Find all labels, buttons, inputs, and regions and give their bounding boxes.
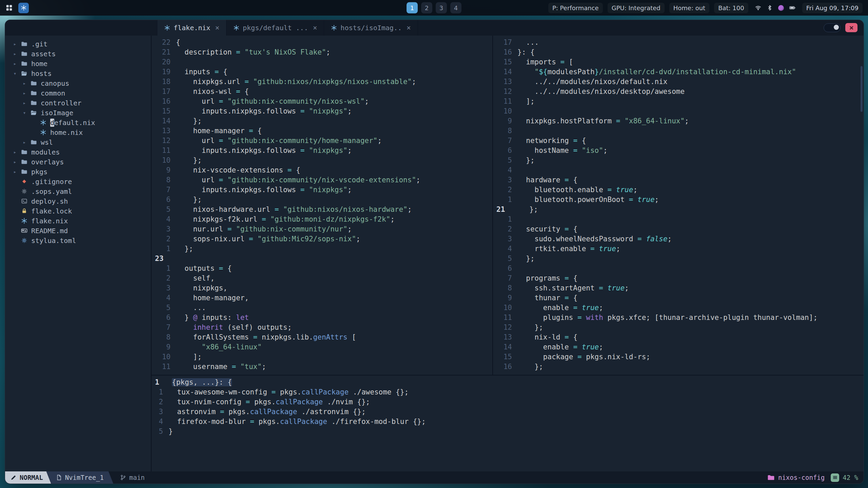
tree-item-canopus[interactable]: ▸canopus [5, 78, 151, 88]
code-line: 1 [493, 215, 864, 224]
tab-flake-nix[interactable]: flake.nix× [157, 20, 226, 36]
code-line: 3 sudo.wheelNeedsPassword = false; [493, 234, 864, 244]
code-line: 1 outputs = { [152, 264, 492, 273]
code-text: plugins = with pkgs.xfce; [thunar-archiv… [512, 313, 817, 323]
line-number: 6 [152, 313, 171, 323]
tab-close-icon[interactable]: × [215, 24, 219, 32]
workspace-button-3[interactable]: 3 [436, 2, 447, 14]
launcher-grid-icon [5, 4, 13, 12]
workspace-button-1[interactable]: 1 [407, 2, 418, 14]
tree-item-label: .gitignore [31, 178, 72, 186]
chevron-right-icon[interactable]: ▸ [11, 169, 19, 175]
code-text: }; [171, 244, 193, 254]
tree-item-default-nix[interactable]: default.nix [5, 118, 151, 127]
code-line: 16 url = "github:nix-community/nixos-wsl… [152, 97, 492, 106]
tab-nix-icon [164, 25, 170, 31]
tab-close-icon[interactable]: × [313, 24, 317, 32]
gear-icon-wrap [19, 188, 29, 195]
tree-item--gitignore[interactable]: .gitignore [5, 177, 151, 186]
folder-open-icon [31, 109, 37, 116]
battery-tray[interactable] [789, 5, 795, 11]
tree-item-deploy-sh[interactable]: deploy.sh [5, 196, 151, 206]
tree-item-flake-nix[interactable]: flake.nix [5, 216, 151, 226]
chevron-down-icon[interactable]: ▾ [20, 110, 29, 116]
code-line: 4 nixpkgs-f2k.url = "github:moni-dz/nixp… [152, 215, 492, 224]
workspace-button-4[interactable]: 4 [450, 2, 461, 14]
tree-item-modules[interactable]: ▸modules [5, 147, 151, 157]
editor-window: flake.nix×pkgs/default ...×hosts/isoImag… [5, 20, 864, 484]
tree-item--git[interactable]: ▸.git [5, 39, 151, 49]
tree-item-home-nix[interactable]: home.nix [5, 127, 151, 137]
code-line: 4 firefox-mod-blur = pkgs.callPackage ./… [152, 417, 864, 427]
line-number: 3 [152, 224, 171, 234]
folder-icon-wrap [19, 60, 29, 67]
chevron-right-icon[interactable]: ▸ [11, 41, 19, 47]
code-line: 9 thunar = { [493, 293, 864, 303]
code-text: home-manager = { [171, 126, 262, 136]
editor-pane-pkgs-default-nix[interactable]: 1{pkgs, ...}: {1 tux-awesome-wm-config =… [152, 375, 864, 471]
chevron-right-icon[interactable]: ▸ [11, 159, 19, 165]
tree-item-common[interactable]: ▸common [5, 88, 151, 98]
tree-item-overlays[interactable]: ▸overlays [5, 157, 151, 167]
chevron-down-icon[interactable]: ▾ [11, 70, 19, 77]
code-line: 7 networking = { [493, 136, 864, 146]
chevron-right-icon[interactable]: ▸ [11, 51, 19, 57]
code-line: 5 }; [493, 254, 864, 264]
folder-icon [21, 50, 27, 57]
wifi-tray[interactable] [755, 5, 761, 11]
window-close-button[interactable]: × [845, 23, 857, 32]
tree-item-label: pkgs [31, 168, 47, 176]
tab-pkgs-default-[interactable]: pkgs/default ...× [226, 20, 324, 36]
tree-item--sops-yaml[interactable]: .sops.yaml [5, 186, 151, 196]
tree-item-home[interactable]: ▸home [5, 59, 151, 68]
nix-icon-wrap [38, 119, 48, 126]
editor-pane-flake-nix[interactable]: 22{21 description = "tux's NixOS Flake";… [152, 36, 492, 377]
line-number: 8 [152, 175, 171, 185]
chevron-right-icon[interactable]: ▸ [20, 139, 29, 145]
tree-item-label: stylua.toml [31, 237, 76, 245]
tree-item-assets[interactable]: ▸assets [5, 49, 151, 59]
editor-pane-iso-default-nix[interactable]: 17 ...16}: {15 imports = [14 "${modulesP… [493, 36, 864, 377]
code-line: 6 [493, 264, 864, 273]
tree-item-controller[interactable]: ▸controller [5, 98, 151, 108]
file-tree[interactable]: ▸.git▸assets▸home▾hosts▸canopus▸common▸c… [5, 36, 151, 471]
folder-icon [21, 149, 27, 155]
code-line: 15 package = pkgs.nix-ld-rs; [493, 352, 864, 362]
line-number: 1 [152, 244, 171, 254]
chevron-right-icon[interactable]: ▸ [11, 149, 19, 155]
workspace-button-2[interactable]: 2 [421, 2, 432, 14]
battery-icon [789, 5, 795, 11]
tree-item-hosts[interactable]: ▾hosts [5, 68, 151, 78]
line-number: 4 [152, 215, 171, 224]
tree-item-pkgs[interactable]: ▸pkgs [5, 167, 151, 177]
chevron-right-icon[interactable]: ▸ [20, 90, 29, 96]
tree-item-label: assets [31, 50, 56, 58]
code-line: 17 ... [493, 38, 864, 47]
launcher-button[interactable] [5, 4, 13, 12]
tree-item-isoimage[interactable]: ▾isoImage [5, 108, 151, 118]
scrollbar-thumb[interactable] [861, 66, 863, 112]
tree-item-wsl[interactable]: ▸wsl [5, 137, 151, 147]
bluetooth-tray[interactable] [767, 5, 773, 11]
code-line: 2 bluetooth.enable = true; [493, 185, 864, 195]
tab-close-icon[interactable]: × [407, 24, 411, 32]
line-number: 7 [152, 185, 171, 195]
tree-item-stylua-toml[interactable]: stylua.toml [5, 236, 151, 245]
code-line: 2 tux-nvim-config = pkgs.callPackage ./n… [152, 397, 864, 407]
code-line: 5 nixos-hardware.url = "github:nixos/nix… [152, 205, 492, 215]
diamond-icon [21, 178, 27, 185]
tab-hosts-isoimag-[interactable]: hosts/isoImag..× [324, 20, 418, 36]
toggle-switch[interactable] [824, 23, 841, 32]
tree-item-readme-md[interactable]: README.md [5, 226, 151, 236]
indicator-icon[interactable] [778, 5, 784, 11]
app-icon[interactable] [18, 3, 29, 13]
status-metric: Home: out [669, 3, 709, 13]
git-branch[interactable]: main [120, 474, 145, 481]
code-text: nix-ld = { [512, 332, 577, 342]
chevron-right-icon[interactable]: ▸ [20, 100, 29, 106]
chevron-right-icon[interactable]: ▸ [20, 80, 29, 86]
tree-item-flake-lock[interactable]: flake.lock [5, 206, 151, 216]
code-line: 17 nixos-wsl = { [152, 87, 492, 97]
line-number: 6 [493, 264, 512, 273]
chevron-right-icon[interactable]: ▸ [11, 61, 19, 67]
